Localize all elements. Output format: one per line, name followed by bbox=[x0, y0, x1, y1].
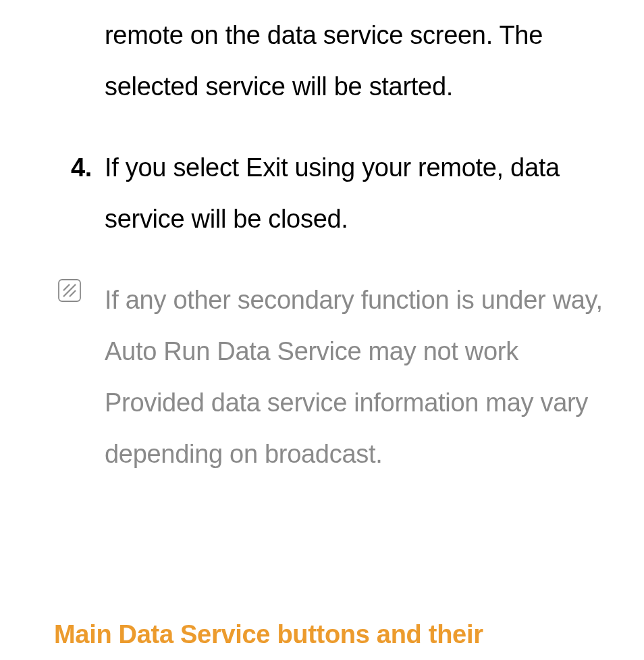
note-text: If any other secondary function is under… bbox=[105, 274, 617, 480]
list-item-4: 4. If you select Exit using your remote,… bbox=[0, 142, 644, 245]
continuation-paragraph: remote on the data service screen. The s… bbox=[0, 0, 644, 112]
svg-line-3 bbox=[70, 290, 76, 297]
list-item-number: 4. bbox=[71, 142, 105, 245]
svg-line-2 bbox=[63, 284, 70, 290]
note-icon bbox=[57, 278, 82, 303]
svg-line-1 bbox=[63, 284, 76, 297]
page-content: remote on the data service screen. The s… bbox=[0, 0, 644, 480]
note-block: If any other secondary function is under… bbox=[0, 274, 644, 480]
list-item-text: If you select Exit using your remote, da… bbox=[105, 142, 617, 245]
section-heading: Main Data Service buttons and their bbox=[0, 620, 483, 649]
